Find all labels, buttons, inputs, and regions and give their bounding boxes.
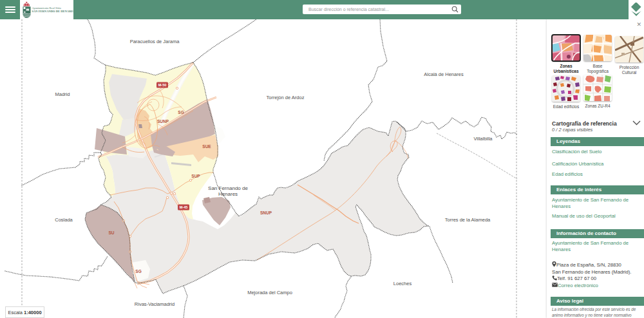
- svg-text:M-50: M-50: [158, 83, 167, 87]
- svg-text:San Fernando de: San Fernando de: [208, 185, 248, 191]
- svg-text:Henares: Henares: [218, 191, 238, 197]
- svg-text:Mejorada del Campo: Mejorada del Campo: [247, 290, 292, 295]
- svg-text:Coslada: Coslada: [55, 217, 73, 223]
- svg-text:Rivas-Vaciamadrid: Rivas-Vaciamadrid: [135, 301, 175, 307]
- svg-text:SU: SU: [108, 230, 114, 235]
- svg-text:SNUP: SNUP: [260, 210, 272, 215]
- svg-text:SUE: SUE: [202, 144, 211, 149]
- svg-text:M-45: M-45: [180, 205, 188, 209]
- svg-text:SUP: SUP: [191, 174, 200, 178]
- svg-text:Ayuntamiento Real Sitio: Ayuntamiento Real Sitio: [32, 6, 62, 10]
- svg-text:SG: SG: [135, 269, 141, 274]
- svg-text:Loeches: Loeches: [393, 281, 412, 286]
- svg-text:Torres de la Alameda: Torres de la Alameda: [445, 217, 491, 223]
- svg-text:Madrid: Madrid: [55, 91, 70, 97]
- svg-text:Torrejón de Ardoz: Torrejón de Ardoz: [267, 95, 305, 100]
- svg-text:Villalbilla: Villalbilla: [473, 136, 493, 142]
- svg-text:Alcalá de Henares: Alcalá de Henares: [424, 71, 464, 77]
- svg-text:Paracuellos de Jarama: Paracuellos de Jarama: [130, 39, 180, 44]
- svg-text:SUNP: SUNP: [157, 119, 169, 124]
- svg-text:SG: SG: [178, 110, 184, 115]
- svg-text:SAN FERNANDO DE HENARES: SAN FERNANDO DE HENARES: [32, 10, 74, 13]
